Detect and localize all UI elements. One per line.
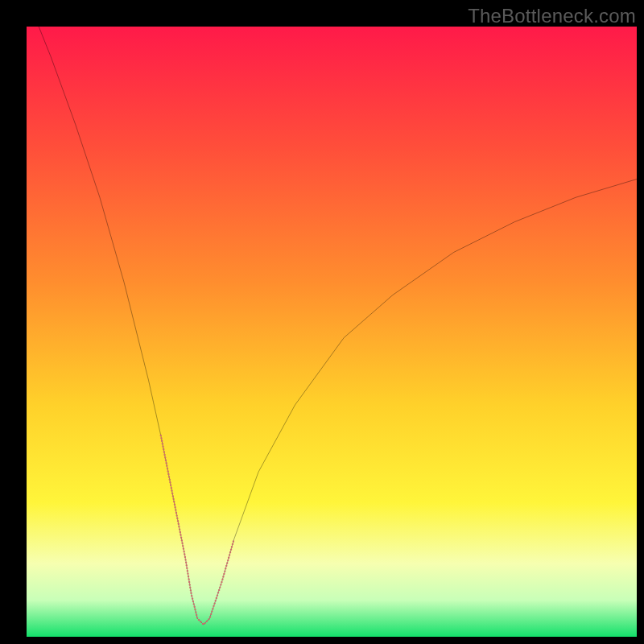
bottleneck-curve [27, 27, 637, 637]
curve-main-line [27, 27, 637, 625]
watermark-text: TheBottleneck.com [468, 5, 636, 27]
plot-area [27, 27, 637, 637]
chart-frame: TheBottleneck.com [0, 0, 644, 644]
curve-dotted-segment [161, 436, 234, 625]
